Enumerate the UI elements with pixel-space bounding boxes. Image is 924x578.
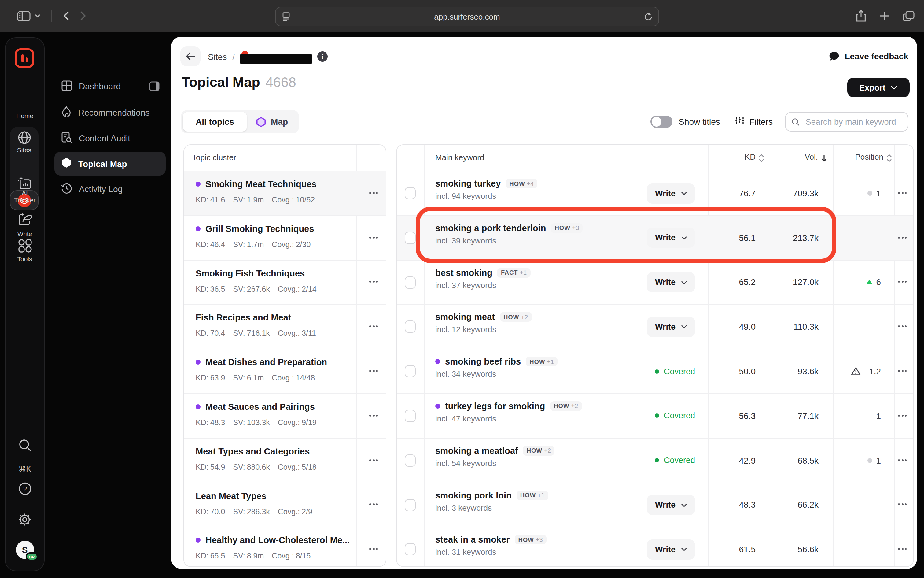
keyword-row[interactable]: smoking meatHOW+2 incl. 12 keywords Writ… (397, 305, 913, 349)
surfer-logo[interactable] (15, 48, 34, 68)
rail-write-label[interactable]: Write (5, 230, 44, 237)
row-menu-icon[interactable] (369, 415, 378, 417)
help-icon[interactable]: ? (5, 482, 44, 495)
nav-item-activity-log[interactable]: Activity Log (54, 177, 166, 201)
collapse-panel-icon[interactable] (149, 81, 160, 93)
row-menu-icon[interactable] (369, 236, 378, 238)
vol-header[interactable]: Vol. (805, 145, 827, 170)
reload-icon[interactable] (638, 12, 659, 21)
reader-view-icon[interactable] (276, 12, 296, 21)
row-menu-icon[interactable] (898, 415, 906, 417)
address-bar[interactable]: app.surferseo.com (275, 7, 659, 26)
write-button[interactable]: Write (647, 272, 695, 292)
nav-item-topical-map[interactable]: Topical Map (54, 152, 166, 175)
tab-map[interactable]: Map (247, 117, 297, 127)
breadcrumb-sites[interactable]: Sites (208, 52, 227, 62)
cluster-row[interactable]: Meat Dishes and Preparation KD:63.9SV:6.… (184, 349, 386, 394)
rail-ai-tracker-label-1[interactable]: AI (5, 189, 44, 196)
row-checkbox[interactable] (405, 276, 416, 288)
vol-value: 68.5k (798, 438, 819, 482)
rail-ai-tracker-label-2[interactable]: Tracker (5, 196, 44, 204)
rail-home-label[interactable]: Home (5, 112, 44, 119)
kd-header[interactable]: KD (744, 145, 764, 170)
keyword-search[interactable] (785, 112, 908, 132)
new-tab-icon[interactable] (879, 11, 889, 21)
nav-item-content-audit[interactable]: Content Audit (54, 126, 166, 151)
row-menu-icon[interactable] (369, 281, 378, 283)
rail-sites-label[interactable]: Sites (10, 146, 39, 154)
row-menu-icon[interactable] (369, 370, 378, 372)
row-checkbox[interactable] (405, 321, 416, 333)
cluster-row[interactable]: Smoking Meat Techniques KD:41.6SV:1.9mCo… (184, 171, 386, 216)
row-checkbox[interactable] (405, 410, 416, 422)
cluster-row[interactable]: Meat Sauces and Pairings KD:48.3SV:103.3… (184, 394, 386, 438)
write-button[interactable]: Write (647, 539, 695, 560)
keyword-row[interactable]: smoking a meatloafHOW+2 incl. 54 keyword… (397, 438, 913, 483)
row-menu-icon[interactable] (898, 548, 906, 550)
info-icon[interactable]: i (317, 51, 328, 62)
user-avatar[interactable]: S OP (16, 541, 34, 559)
row-menu-icon[interactable] (369, 459, 378, 461)
row-checkbox[interactable] (405, 544, 416, 556)
tab-all-topics-label: All topics (196, 117, 234, 127)
keyword-row[interactable]: turkey legs for smokingHOW+2 incl. 47 ke… (397, 394, 913, 438)
keyword-row[interactable]: steak in a smokerHOW+3 incl. 31 keywords… (397, 528, 913, 569)
dashboard-icon (61, 80, 72, 93)
row-menu-icon[interactable] (369, 326, 378, 328)
back-nav-icon[interactable] (63, 11, 69, 21)
row-menu-icon[interactable] (898, 504, 906, 505)
export-button[interactable]: Export (847, 78, 909, 97)
position-header[interactable]: Position (855, 145, 892, 170)
share-icon[interactable] (856, 10, 866, 22)
nav-item-recommendations[interactable]: Recommendations (54, 100, 166, 125)
sites-globe-icon[interactable] (10, 131, 39, 144)
row-menu-icon[interactable] (898, 236, 906, 238)
tab-all-topics[interactable]: All topics (183, 112, 247, 132)
row-menu-icon[interactable] (898, 281, 906, 283)
search-icon[interactable] (5, 438, 44, 452)
keyword-row[interactable]: best smokingFACT+1 incl. 37 keywords Wri… (397, 260, 913, 305)
keyword-row[interactable]: smoking pork loinHOW+1 incl. 3 keywords … (397, 483, 913, 528)
row-menu-icon[interactable] (369, 504, 378, 505)
back-button[interactable] (180, 47, 201, 66)
tools-icon[interactable] (5, 239, 44, 253)
row-checkbox[interactable] (405, 455, 416, 467)
filters-button[interactable]: Filters (735, 117, 773, 127)
show-titles-toggle[interactable] (651, 115, 672, 128)
settings-gear-icon[interactable] (5, 513, 44, 527)
row-checkbox[interactable] (405, 499, 416, 511)
command-k-shortcut[interactable]: ⌘K (5, 464, 44, 473)
cluster-row[interactable]: Meat Types and Categories KD:54.9SV:880.… (184, 438, 386, 483)
row-menu-icon[interactable] (898, 459, 906, 461)
row-menu-icon[interactable] (369, 548, 378, 550)
write-button[interactable]: Write (647, 228, 695, 248)
cluster-row[interactable]: Grill Smoking Techniques KD:46.4SV:1.7mC… (184, 216, 386, 261)
write-icon[interactable] (5, 212, 44, 227)
write-button[interactable]: Write (647, 183, 695, 203)
leave-feedback-button[interactable]: Leave feedback (829, 51, 908, 61)
cluster-row[interactable]: Lean Meat Types KD:70.0SV:286.3kCovg.:2/… (184, 483, 386, 528)
cluster-title: Healthy and Low-Cholesterol Me... (206, 536, 350, 545)
row-menu-icon[interactable] (898, 370, 906, 372)
keyword-row[interactable]: smoking turkeyHOW+4 incl. 94 keywords Wr… (397, 171, 913, 216)
row-menu-icon[interactable] (898, 192, 906, 194)
write-button[interactable]: Write (647, 495, 695, 515)
write-button[interactable]: Write (647, 317, 695, 337)
keyword-row-highlighted[interactable]: smoking a pork tenderloinHOW+3 incl. 39 … (397, 216, 913, 261)
row-menu-icon[interactable] (898, 326, 906, 328)
tab-overview-icon[interactable] (903, 11, 914, 21)
ai-tracker-icon[interactable] (5, 176, 44, 191)
cluster-row[interactable]: Fish Recipes and Meat KD:70.4SV:716.1kCo… (184, 305, 386, 349)
search-input[interactable] (804, 117, 902, 127)
row-checkbox[interactable] (405, 232, 416, 244)
cluster-row[interactable]: Healthy and Low-Cholesterol Me... KD:65.… (184, 528, 386, 569)
rail-tools-label[interactable]: Tools (5, 255, 44, 262)
forward-nav-icon[interactable] (80, 11, 86, 21)
nav-item-dashboard[interactable]: Dashboard (54, 74, 166, 99)
cluster-row[interactable]: Smoking Fish Techniques KD:36.5SV:267.6k… (184, 260, 386, 305)
sidebar-toggle-icon[interactable] (17, 11, 40, 21)
row-checkbox[interactable] (405, 365, 416, 377)
row-menu-icon[interactable] (369, 192, 378, 194)
keyword-row[interactable]: smoking beef ribsHOW+1 incl. 34 keywords… (397, 349, 913, 394)
row-checkbox[interactable] (405, 187, 416, 200)
